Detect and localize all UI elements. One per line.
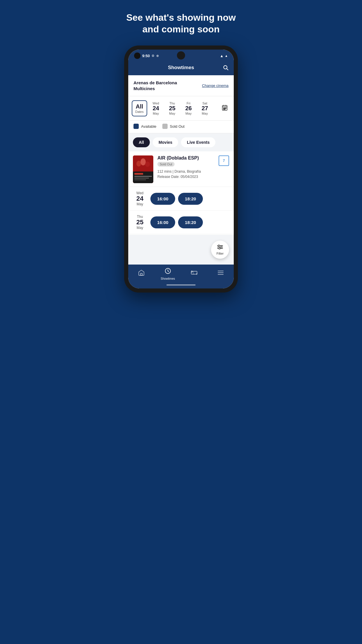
showtime-month: May (133, 202, 147, 206)
soldout-label: Sold Out (170, 124, 185, 129)
svg-rect-19 (134, 178, 149, 178)
change-cinema-link[interactable]: Change cinema (202, 83, 229, 88)
bottom-nav-menu[interactable] (212, 269, 229, 279)
search-button[interactable] (223, 65, 229, 72)
date-tab-thu25[interactable]: Thu 25 May (165, 99, 180, 118)
filter-tab-all[interactable]: All (133, 137, 150, 147)
movie-rating-badge: 7 (219, 155, 229, 166)
release-date-label: Release Date: (157, 175, 180, 179)
date-tab-num: 26 (185, 105, 192, 112)
svg-rect-27 (140, 273, 142, 275)
svg-rect-10 (224, 109, 225, 110)
release-date: 05/04/2023 (180, 175, 198, 179)
date-tab-day: Wed (153, 102, 159, 105)
menu-icon (217, 269, 224, 278)
status-time: 9:50 (142, 54, 150, 58)
availability-legend: Available Sold Out (128, 121, 234, 133)
date-tab-day: Sat (202, 102, 207, 105)
bottom-nav-showtimes[interactable]: Showtimes (159, 267, 177, 280)
date-tab-num: 27 (202, 105, 208, 112)
date-tab-all-label: All (136, 103, 143, 110)
date-tab-month: May (202, 112, 208, 115)
movie-genre: Drama, Biografía (175, 169, 201, 174)
svg-point-13 (136, 161, 141, 167)
svg-point-25 (221, 246, 222, 248)
movie-meta: 112 mins | Drama, Biografía Release Date… (157, 169, 215, 179)
date-tab-all-sublabel: Dates (135, 110, 144, 113)
filter-tabs: All Movies Live Events (128, 133, 234, 151)
showtime-row-wed24: Wed 24 May 16:00 18:20 (128, 187, 234, 211)
movie-info-row: AIR (Doblada ESP) Sold Out 112 mins | Dr… (128, 151, 234, 187)
svg-rect-18 (134, 176, 152, 177)
showtimes-nav-label: Showtimes (161, 277, 175, 280)
showtime-btn-wed24-1820[interactable]: 18:20 (178, 193, 203, 205)
movie-poster (133, 155, 153, 183)
movie-card: AIR (Doblada ESP) Sold Out 112 mins | Dr… (128, 151, 234, 234)
cinema-name: Arenas de Barcelona Multicines (133, 80, 199, 91)
svg-point-15 (145, 162, 150, 167)
bottom-nav-home[interactable] (133, 269, 150, 279)
showtime-day-name: Wed (133, 191, 147, 195)
date-tab-day: Fri (187, 102, 190, 105)
legend-soldout: Sold Out (162, 124, 185, 129)
bottom-nav: Showtimes (128, 265, 234, 283)
movie-title: AIR (Doblada ESP) (157, 155, 215, 161)
svg-rect-9 (223, 109, 224, 110)
available-label: Available (141, 124, 157, 129)
svg-point-14 (140, 158, 146, 165)
cinema-selector: Arenas de Barcelona Multicines Change ci… (128, 75, 234, 96)
date-tab-all[interactable]: All Dates (132, 100, 147, 116)
showtime-btn-thu25-1600[interactable]: 16:00 (150, 216, 175, 228)
svg-point-26 (219, 248, 220, 249)
date-tab-sat27[interactable]: Sat 27 May (197, 99, 212, 118)
status-icons: ▲ ▲ (220, 54, 228, 58)
bottom-nav-tickets[interactable] (185, 269, 203, 279)
movie-duration: 112 mins (157, 169, 172, 174)
legend-available: Available (133, 124, 157, 129)
filter-icon (217, 244, 223, 251)
phone-frame: 9:50 ⚙ ⊕ ▲ ▲ Showtimes Arenas de Barcelo… (124, 46, 238, 293)
ticket-icon (191, 269, 198, 278)
date-tab-day: Thu (169, 102, 175, 105)
status-bar: 9:50 ⚙ ⊕ ▲ ▲ (128, 50, 234, 61)
filter-fab[interactable]: Filter (211, 241, 229, 259)
showtime-times-thu25: 16:00 18:20 (150, 216, 203, 228)
svg-point-0 (224, 66, 227, 69)
showtime-date-wed24: Wed 24 May (133, 191, 147, 206)
svg-rect-29 (191, 271, 197, 274)
showtime-btn-thu25-1820[interactable]: 18:20 (178, 216, 203, 228)
calendar-button[interactable] (219, 102, 230, 115)
svg-rect-7 (224, 108, 225, 108)
date-tab-month: May (169, 112, 175, 115)
showtime-day-num: 24 (133, 195, 147, 202)
showtime-date-thu25: Thu 25 May (133, 215, 147, 230)
date-tab-wed24[interactable]: Wed 24 May (148, 99, 164, 118)
showtime-times-wed24: 16:00 18:20 (150, 193, 203, 205)
page-headline: See what's showing now and coming soon (126, 12, 236, 35)
svg-point-24 (218, 245, 220, 246)
filter-fab-label: Filter (217, 252, 224, 255)
app-header-title: Showtimes (168, 65, 194, 71)
app-header: Showtimes (128, 61, 234, 75)
phone-screen: 9:50 ⚙ ⊕ ▲ ▲ Showtimes Arenas de Barcelo… (128, 50, 234, 288)
home-bar (166, 284, 196, 286)
svg-line-1 (227, 69, 228, 70)
clock-icon (164, 267, 171, 276)
date-tab-num: 24 (153, 105, 159, 112)
filter-tab-live-events[interactable]: Live Events (181, 137, 215, 147)
rating-value: 7 (223, 159, 225, 163)
date-tab-num: 25 (169, 105, 175, 112)
filter-tab-movies[interactable]: Movies (153, 137, 178, 147)
home-icon (138, 269, 145, 278)
available-dot (133, 124, 139, 129)
svg-rect-17 (134, 173, 143, 175)
showtime-btn-wed24-1600[interactable]: 16:00 (150, 193, 175, 205)
date-tab-fri26[interactable]: Fri 26 May (181, 99, 196, 118)
showtime-row-thu25: Thu 25 May 16:00 18:20 (128, 211, 234, 234)
date-tab-month: May (153, 112, 159, 115)
showtime-day-num: 25 (133, 219, 147, 226)
notch (177, 51, 185, 60)
date-selector: All Dates Wed 24 May Thu 25 May Fri 26 M… (128, 96, 234, 121)
soldout-dot (162, 124, 168, 129)
showtime-day-name: Thu (133, 215, 147, 219)
